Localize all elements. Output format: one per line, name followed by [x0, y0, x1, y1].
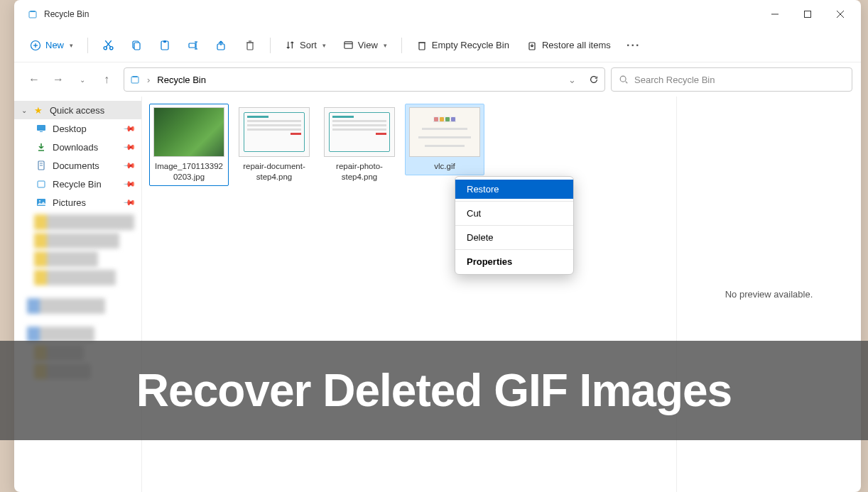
context-menu: Restore Cut Delete Properties — [455, 176, 574, 275]
sidebar-item-pictures[interactable]: Pictures 📌 — [14, 193, 141, 212]
ctx-cut[interactable]: Cut — [455, 204, 573, 223]
search-placeholder: Search Recycle Bin — [634, 75, 715, 85]
thumbnail-icon — [409, 107, 480, 157]
sidebar-item-label: Pictures — [53, 197, 86, 208]
svg-line-10 — [106, 40, 111, 47]
svg-rect-0 — [29, 11, 36, 18]
sidebar-item-label: Downloads — [53, 142, 98, 153]
svg-rect-21 — [247, 43, 253, 50]
svg-rect-32 — [37, 125, 45, 131]
copy-button[interactable] — [124, 33, 149, 58]
delete-button[interactable] — [237, 33, 263, 58]
recycle-bin-icon — [130, 75, 140, 84]
ctx-delete[interactable]: Delete — [455, 228, 573, 247]
sort-label: Sort — [300, 40, 317, 50]
up-button[interactable]: ↑ — [95, 68, 118, 91]
pin-icon: 📌 — [122, 177, 136, 190]
overlay-banner: Recover Deleted GIF Images — [0, 341, 868, 440]
chevron-down-icon: ⌄ — [21, 106, 27, 114]
cut-button[interactable] — [95, 33, 121, 58]
chevron-down-icon: ▾ — [70, 42, 73, 49]
sidebar-item-blurred[interactable] — [34, 270, 116, 285]
svg-point-30 — [620, 76, 626, 82]
recycle-bin-icon — [27, 9, 38, 20]
svg-rect-33 — [40, 131, 43, 132]
sidebar-item-blurred[interactable] — [27, 327, 94, 342]
address-bar[interactable]: › Recycle Bin ⌄ — [124, 67, 605, 92]
sidebar-item-documents[interactable]: Documents 📌 — [14, 156, 141, 175]
svg-rect-29 — [131, 77, 139, 83]
file-item[interactable]: repair-document-step4.png — [234, 104, 314, 186]
quick-access-label: Quick access — [50, 105, 104, 116]
svg-line-31 — [626, 82, 628, 84]
new-label: New — [45, 40, 64, 50]
breadcrumb-location[interactable]: Recycle Bin — [157, 75, 206, 85]
restore-all-button[interactable]: Restore all items — [519, 35, 618, 55]
forward-button[interactable]: → — [47, 68, 70, 91]
pictures-icon — [36, 197, 47, 208]
file-name: repair-photo-step4.png — [323, 161, 396, 182]
sidebar-item-recycle-bin[interactable]: Recycle Bin 📌 — [14, 175, 141, 193]
pin-icon: 📌 — [122, 195, 136, 209]
minimize-button[interactable] — [759, 3, 791, 26]
chevron-down-icon: ▾ — [322, 42, 326, 49]
file-name: Image_170113392 0203.jpg — [153, 161, 225, 182]
file-name: vlc.gif — [434, 161, 455, 172]
svg-line-11 — [105, 40, 110, 47]
new-button[interactable]: New ▾ — [23, 35, 80, 55]
sidebar-item-downloads[interactable]: Downloads 📌 — [14, 138, 141, 156]
chevron-down-icon: ▾ — [384, 42, 387, 49]
pin-icon: 📌 — [122, 140, 136, 153]
search-box[interactable]: Search Recycle Bin — [611, 67, 852, 92]
maximize-button[interactable] — [791, 3, 824, 26]
document-icon — [36, 160, 47, 171]
download-icon — [36, 141, 47, 153]
file-item[interactable]: repair-photo-step4.png — [320, 104, 399, 186]
ctx-properties[interactable]: Properties — [455, 252, 573, 271]
svg-rect-24 — [345, 42, 352, 48]
close-button[interactable] — [824, 3, 857, 26]
search-icon — [619, 75, 629, 84]
sidebar-item-label: Documents — [53, 160, 99, 171]
sidebar-item-label: Recycle Bin — [53, 179, 102, 190]
recent-button[interactable]: ⌄ — [71, 68, 94, 91]
share-button[interactable] — [209, 33, 234, 58]
restore-all-label: Restore all items — [542, 40, 611, 50]
svg-rect-37 — [38, 181, 45, 187]
rename-button[interactable] — [180, 33, 206, 58]
sidebar-item-blurred[interactable] — [34, 251, 98, 267]
refresh-button[interactable] — [589, 75, 599, 84]
overlay-text: Recover Deleted GIF Images — [136, 364, 732, 417]
thumbnail-icon — [324, 107, 395, 157]
sidebar-item-blurred[interactable] — [34, 233, 119, 248]
svg-point-39 — [39, 200, 40, 202]
star-icon: ★ — [33, 104, 44, 116]
back-button[interactable]: ← — [23, 68, 45, 91]
window-title: Recycle Bin — [44, 9, 89, 19]
svg-rect-13 — [134, 43, 140, 50]
sidebar-item-blurred[interactable] — [27, 298, 105, 314]
paste-button[interactable] — [152, 33, 178, 58]
sidebar-quick-access[interactable]: ⌄ ★ Quick access — [14, 101, 141, 119]
view-button[interactable]: View ▾ — [336, 35, 394, 55]
file-name: repair-document-step4.png — [238, 161, 310, 182]
sidebar-item-blurred[interactable] — [34, 214, 134, 230]
chevron-down-icon[interactable]: ⌄ — [568, 75, 576, 85]
svg-rect-26 — [419, 43, 425, 50]
svg-rect-16 — [189, 43, 195, 48]
recycle-bin-icon — [36, 178, 47, 190]
sidebar-item-label: Desktop — [53, 124, 87, 134]
toolbar: New ▾ Sort ▾ View ▾ Empty Recycle Bin Re… — [14, 28, 861, 62]
chevron-right-icon: › — [147, 75, 150, 85]
file-item[interactable]: Image_170113392 0203.jpg — [149, 104, 229, 186]
empty-label: Empty Recycle Bin — [432, 40, 509, 50]
more-button[interactable]: ··· — [621, 33, 646, 58]
navbar: ← → ⌄ ↑ › Recycle Bin ⌄ Search Recycle B… — [14, 62, 861, 97]
sort-button[interactable]: Sort ▾ — [278, 35, 333, 55]
thumbnail-icon — [239, 107, 310, 157]
svg-rect-15 — [163, 40, 166, 43]
empty-recycle-bin-button[interactable]: Empty Recycle Bin — [409, 35, 516, 55]
ctx-restore[interactable]: Restore — [455, 180, 573, 199]
file-item-selected[interactable]: vlc.gif — [405, 104, 484, 175]
sidebar-item-desktop[interactable]: Desktop 📌 — [14, 119, 141, 138]
